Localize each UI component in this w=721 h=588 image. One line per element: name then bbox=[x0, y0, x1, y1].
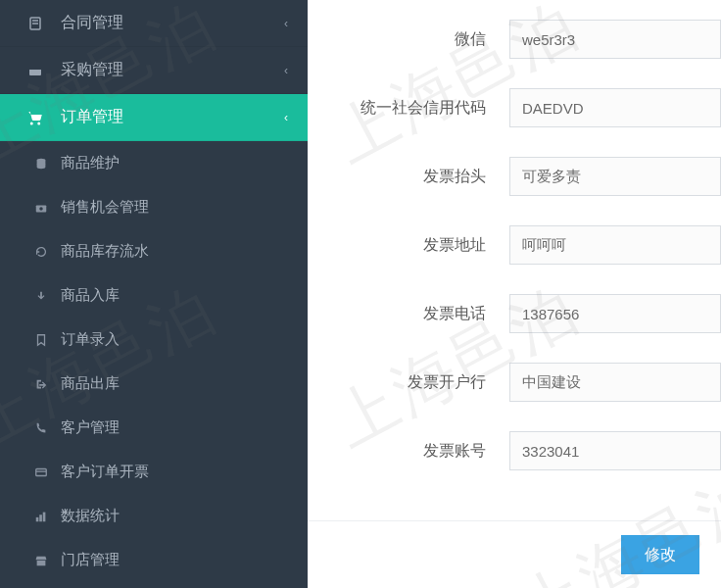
cart-icon bbox=[24, 109, 47, 126]
card-icon bbox=[31, 466, 51, 479]
sidebar-sub-label: 数据统计 bbox=[61, 507, 120, 525]
sidebar-sub-customer-manage[interactable]: 客户管理 bbox=[0, 406, 308, 450]
sidebar-item-contract[interactable]: 合同管理 ‹ bbox=[0, 0, 308, 47]
arrow-out-icon bbox=[31, 377, 51, 391]
sidebar-item-label: 采购管理 bbox=[61, 60, 123, 80]
sidebar-sub-customer-invoice[interactable]: 客户订单开票 bbox=[0, 450, 308, 494]
form-row-invoice-phone: 发票电话 bbox=[308, 294, 721, 333]
sidebar-sub-stock-out[interactable]: 商品出库 bbox=[0, 362, 308, 406]
sidebar-sub-inventory-flow[interactable]: 商品库存流水 bbox=[0, 229, 308, 273]
form-row-invoice-account: 发票账号 bbox=[308, 431, 721, 470]
sidebar-item-label: 合同管理 bbox=[61, 13, 123, 33]
sidebar-sub-stock-in[interactable]: 商品入库 bbox=[0, 273, 308, 318]
invoice-title-input[interactable] bbox=[509, 157, 721, 196]
sidebar-sub-label: 销售机会管理 bbox=[61, 198, 149, 217]
sidebar-item-label: 订单管理 bbox=[61, 107, 123, 127]
chart-icon bbox=[31, 510, 51, 523]
sidebar-sub-sales-opportunity[interactable]: 销售机会管理 bbox=[0, 185, 308, 229]
history-icon bbox=[31, 245, 51, 259]
file-icon bbox=[24, 16, 47, 31]
database-icon bbox=[31, 157, 51, 171]
bookmark-icon bbox=[31, 333, 51, 347]
svg-rect-10 bbox=[36, 516, 39, 520]
form-label: 发票账号 bbox=[308, 441, 509, 462]
sidebar-item-orders[interactable]: 订单管理 ‹ bbox=[0, 94, 308, 141]
form-label: 发票抬头 bbox=[308, 167, 509, 187]
invoice-address-input[interactable] bbox=[509, 225, 721, 265]
chevron-left-icon: ‹ bbox=[284, 64, 288, 77]
invoice-bank-input[interactable] bbox=[509, 363, 721, 402]
sidebar-sub-label: 客户订单开票 bbox=[61, 463, 149, 481]
sidebar-sub-label: 客户管理 bbox=[61, 418, 120, 437]
form-label: 发票电话 bbox=[308, 304, 509, 324]
svg-rect-12 bbox=[43, 512, 46, 521]
chevron-left-icon: ‹ bbox=[284, 111, 288, 124]
footer-bar: 修改 bbox=[308, 520, 721, 588]
sidebar: 合同管理 ‹ 采购管理 ‹ 订单管理 ‹ 商品维护 bbox=[0, 0, 308, 588]
form-row-credit-code: 统一社会信用代码 bbox=[308, 88, 721, 127]
form-label: 微信 bbox=[308, 29, 509, 50]
sidebar-sub-label: 商品入库 bbox=[61, 286, 120, 305]
box-icon bbox=[24, 63, 47, 78]
main-content: 微信 统一社会信用代码 发票抬头 发票地址 发票电话 发票开户行 发票账号 bbox=[308, 0, 721, 588]
svg-rect-4 bbox=[29, 67, 41, 70]
invoice-account-input[interactable] bbox=[509, 431, 721, 470]
sidebar-sub-label: 商品维护 bbox=[61, 154, 120, 172]
form-row-invoice-address: 发票地址 bbox=[308, 225, 721, 265]
sidebar-sub-label: 订单录入 bbox=[61, 330, 120, 349]
sidebar-sub-data-stats[interactable]: 数据统计 bbox=[0, 494, 308, 538]
form-row-invoice-title: 发票抬头 bbox=[308, 157, 721, 196]
sidebar-sub-order-entry[interactable]: 订单录入 bbox=[0, 318, 308, 362]
form-row-invoice-bank: 发票开户行 bbox=[308, 363, 721, 402]
svg-rect-11 bbox=[39, 514, 42, 521]
sidebar-sub-store-manage[interactable]: 门店管理 bbox=[0, 538, 308, 582]
invoice-phone-input[interactable] bbox=[509, 294, 721, 333]
sidebar-sub-label: 商品库存流水 bbox=[61, 242, 149, 261]
form-label: 统一社会信用代码 bbox=[308, 98, 509, 119]
form-label: 发票开户行 bbox=[308, 372, 509, 393]
arrow-in-icon bbox=[31, 289, 51, 303]
sidebar-item-purchase[interactable]: 采购管理 ‹ bbox=[0, 47, 308, 94]
phone-icon bbox=[31, 421, 51, 435]
sidebar-sub-label: 门店管理 bbox=[61, 551, 120, 569]
svg-rect-8 bbox=[36, 468, 47, 475]
form-label: 发票地址 bbox=[308, 235, 509, 256]
credit-code-input[interactable] bbox=[509, 88, 721, 127]
camera-icon bbox=[31, 201, 51, 215]
sidebar-sub-label: 商品出库 bbox=[61, 374, 120, 393]
svg-point-7 bbox=[39, 207, 43, 211]
sidebar-sub-product-maintain[interactable]: 商品维护 bbox=[0, 141, 308, 185]
wechat-input[interactable] bbox=[509, 20, 721, 59]
form-row-wechat: 微信 bbox=[308, 20, 721, 59]
modify-button[interactable]: 修改 bbox=[621, 535, 699, 574]
chevron-left-icon: ‹ bbox=[284, 17, 288, 30]
store-icon bbox=[31, 554, 51, 567]
